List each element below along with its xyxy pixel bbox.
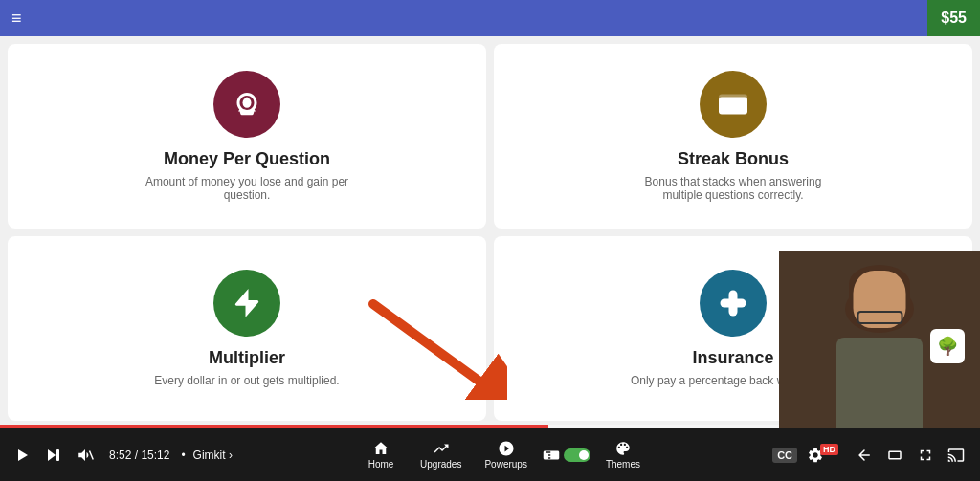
- video-container: ≡ $55 Money Per Question Amount of money…: [0, 0, 980, 481]
- svg-rect-9: [732, 297, 735, 309]
- nav-tab-themes[interactable]: Themes: [598, 436, 648, 473]
- multiplier-icon-circle: [213, 270, 280, 337]
- card-desc-money: Amount of money you lose and gain per qu…: [142, 175, 352, 202]
- tree-icon-badge: 🌳: [930, 329, 965, 363]
- card-title-money: Money Per Question: [164, 149, 330, 169]
- card-desc-multiplier: Every dollar in or out gets multiplied.: [154, 374, 339, 387]
- fullscreen-button[interactable]: [913, 443, 938, 468]
- card-multiplier[interactable]: Multiplier Every dollar in or out gets m…: [8, 236, 486, 421]
- money-badge: $55: [927, 0, 980, 36]
- piggy-bank-icon: [230, 87, 264, 121]
- arrow-label: ›: [229, 448, 233, 462]
- nav-tab-powerups[interactable]: Powerups: [477, 436, 534, 473]
- card-title-insurance: Insurance: [692, 348, 773, 368]
- skip-button[interactable]: [42, 444, 65, 467]
- svg-point-0: [243, 98, 252, 108]
- miniplayer-button[interactable]: [852, 443, 877, 468]
- person-glasses: [857, 311, 902, 324]
- play-button[interactable]: [11, 444, 34, 467]
- themes-label: Themes: [606, 459, 640, 470]
- home-label: Home: [368, 459, 394, 470]
- nav-tab-upgrades[interactable]: Upgrades: [412, 436, 469, 473]
- time-current: 8:52: [109, 448, 131, 462]
- svg-rect-4: [741, 103, 744, 109]
- upgrades-icon: [433, 440, 450, 457]
- money-per-question-icon-circle: [213, 71, 280, 138]
- home-icon: [372, 440, 390, 457]
- right-controls: CC HD: [772, 443, 969, 468]
- money-amount: $55: [941, 10, 967, 27]
- card-streak-bonus[interactable]: Streak Bonus Bonus that stacks when answ…: [494, 44, 972, 229]
- card-desc-streak: Bonus that stacks when answering multipl…: [628, 175, 838, 202]
- time-total: 15:12: [141, 448, 169, 462]
- hamburger-icon[interactable]: ≡: [11, 9, 22, 29]
- cast-button[interactable]: [944, 443, 969, 468]
- svg-marker-13: [48, 449, 56, 461]
- gimkit-source-link[interactable]: Gimkit ›: [193, 448, 233, 462]
- card-money-per-question[interactable]: Money Per Question Amount of money you l…: [8, 44, 486, 229]
- svg-marker-12: [18, 449, 28, 461]
- svg-rect-3: [724, 103, 726, 109]
- lightning-icon: [230, 286, 264, 320]
- top-bar: ≡ $55: [0, 0, 980, 36]
- themes-icon: [614, 440, 632, 457]
- card-title-streak: Streak Bonus: [678, 149, 789, 169]
- dot-separator: •: [181, 448, 185, 462]
- theater-icon: [886, 447, 903, 464]
- cast-icon: [947, 447, 965, 464]
- svg-rect-14: [56, 449, 59, 461]
- svg-line-15: [90, 450, 94, 459]
- nav-tab-home[interactable]: Home: [357, 436, 405, 473]
- streak-bonus-icon-circle: [700, 71, 767, 138]
- svg-point-2: [729, 102, 737, 110]
- cash-icon: [716, 87, 750, 121]
- theater-button[interactable]: [882, 443, 907, 468]
- mute-button[interactable]: [73, 443, 98, 468]
- settings-button[interactable]: HD: [803, 443, 846, 468]
- hd-badge: HD: [820, 444, 838, 455]
- person-body: [836, 338, 923, 428]
- insurance-icon-circle: [700, 270, 767, 337]
- miniplayer-icon: [856, 447, 873, 464]
- upgrades-label: Upgrades: [420, 459, 461, 470]
- controls-bar: 8:52 / 15:12 • Gimkit › Home Upgrades: [0, 428, 980, 481]
- bandage-icon: [716, 286, 750, 320]
- powerups-label: Powerups: [484, 459, 526, 470]
- toggle-icon: [543, 447, 560, 464]
- toggle-area: [543, 447, 590, 464]
- fullscreen-icon: [917, 447, 934, 464]
- powerups-icon: [498, 440, 515, 457]
- person-head: [854, 271, 906, 328]
- card-title-multiplier: Multiplier: [209, 348, 285, 368]
- cc-button[interactable]: CC: [772, 448, 797, 463]
- source-label: Gimkit: [193, 448, 226, 462]
- time-display: 8:52 / 15:12: [109, 448, 169, 462]
- toggle-switch[interactable]: [564, 448, 590, 462]
